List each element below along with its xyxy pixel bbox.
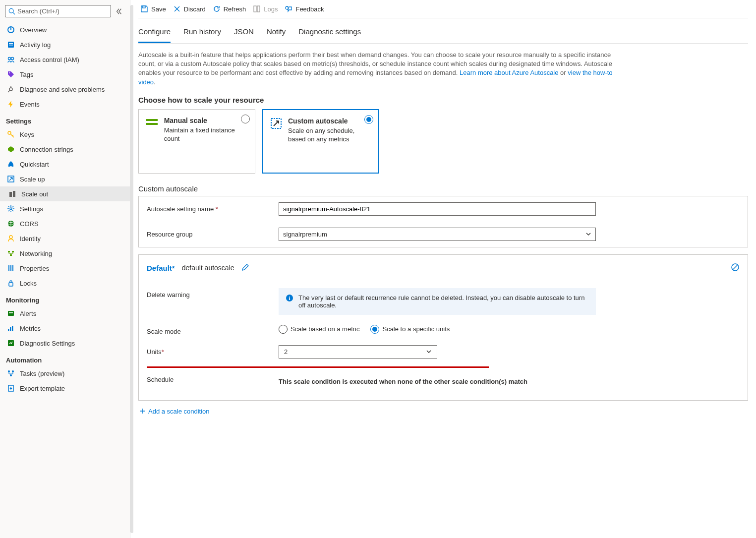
delete-warning-info: i The very last or default recurrence ru… xyxy=(279,288,596,315)
sidebar-item-label: Properties xyxy=(20,265,49,272)
autoscale-name-input[interactable] xyxy=(279,202,596,216)
delete-warning-label: Delete warning xyxy=(147,288,271,299)
properties-icon xyxy=(7,264,15,272)
sidebar-item-diagnostic-settings[interactable]: Diagnostic Settings xyxy=(0,336,130,351)
refresh-button[interactable]: Refresh xyxy=(213,5,246,13)
metrics-icon xyxy=(7,324,15,332)
save-button[interactable]: Save xyxy=(140,5,166,13)
sidebar-item-locks[interactable]: Locks xyxy=(0,276,130,291)
tab-configure[interactable]: Configure xyxy=(138,21,171,43)
search-placeholder: Search (Ctrl+/) xyxy=(17,7,59,15)
sidebar-item-cors[interactable]: CORS xyxy=(0,216,130,231)
sidebar-scrollbar[interactable] xyxy=(130,5,133,533)
sidebar-item-label: Identity xyxy=(20,235,41,242)
sidebar-item-connection-strings[interactable]: Connection strings xyxy=(0,142,130,157)
svg-rect-44 xyxy=(257,6,260,12)
sidebar-item-scale-up[interactable]: Scale up xyxy=(0,172,130,186)
sidebar-item-tags[interactable]: Tags xyxy=(0,67,130,82)
schedule-description: This scale condition is executed when no… xyxy=(279,373,527,385)
search-input[interactable]: Search (Ctrl+/) xyxy=(5,5,111,17)
sidebar-item-identity[interactable]: Identity xyxy=(0,231,130,246)
sidebar-item-label: Access control (IAM) xyxy=(20,56,79,63)
learn-more-link[interactable]: Learn more about Azure Autoscale xyxy=(460,69,558,76)
units-select[interactable]: 2 xyxy=(279,345,437,359)
activity-log-icon xyxy=(7,41,15,49)
sidebar-item-label: Diagnose and solve problems xyxy=(20,86,105,93)
scale-units-option[interactable]: Scale to a specific units xyxy=(370,325,450,334)
tab-json[interactable]: JSON xyxy=(234,21,254,43)
svg-point-8 xyxy=(9,72,10,73)
manual-scale-radio[interactable] xyxy=(241,115,250,123)
export-template-icon xyxy=(7,384,15,392)
svg-rect-46 xyxy=(146,119,158,121)
custom-autoscale-radio[interactable] xyxy=(364,115,373,124)
autoscale-settings-panel: Autoscale setting name * Resource group … xyxy=(138,196,748,247)
default-condition-name: Default* xyxy=(147,264,175,272)
svg-point-37 xyxy=(12,370,14,372)
scale-up-icon xyxy=(7,175,15,183)
disable-condition-button[interactable] xyxy=(731,263,740,273)
svg-rect-27 xyxy=(10,265,11,271)
sidebar-item-properties[interactable]: Properties xyxy=(0,261,130,276)
sidebar-item-label: Metrics xyxy=(20,325,41,332)
scale-units-radio[interactable] xyxy=(370,325,379,334)
plus-icon xyxy=(139,408,145,414)
sidebar-item-overview[interactable]: Overview xyxy=(0,22,130,37)
scale-out-icon xyxy=(8,190,16,198)
svg-rect-29 xyxy=(9,283,13,286)
left-sidebar: Search (Ctrl+/) OverviewActivity logAcce… xyxy=(0,0,130,538)
sidebar-item-metrics[interactable]: Metrics xyxy=(0,321,130,336)
edit-condition-button[interactable] xyxy=(241,263,249,273)
sidebar-item-quickstart[interactable]: Quickstart xyxy=(0,157,130,172)
sidebar-item-alerts[interactable]: Alerts xyxy=(0,306,130,321)
svg-point-18 xyxy=(10,208,12,210)
svg-rect-47 xyxy=(146,123,158,125)
svg-rect-33 xyxy=(10,327,11,331)
logs-button: Logs xyxy=(253,5,278,13)
scale-metric-option[interactable]: Scale based on a metric xyxy=(279,325,359,334)
tab-notify[interactable]: Notify xyxy=(267,21,286,43)
svg-rect-17 xyxy=(13,191,15,197)
tab-run-history[interactable]: Run history xyxy=(183,21,221,43)
sidebar-item-events[interactable]: Events xyxy=(0,97,130,112)
collapse-sidebar-button[interactable] xyxy=(113,5,125,17)
add-scale-condition-button[interactable]: Add a scale condition xyxy=(138,401,748,422)
manual-scale-card[interactable]: Manual scale Maintain a fixed instance c… xyxy=(138,109,255,174)
custom-autoscale-card[interactable]: Custom autoscale Scale on any schedule, … xyxy=(262,109,379,174)
quickstart-icon xyxy=(7,160,15,168)
feedback-button[interactable]: Feedback xyxy=(285,5,324,13)
svg-rect-30 xyxy=(8,311,14,316)
sidebar-item-tasks-preview-[interactable]: Tasks (preview) xyxy=(0,366,130,381)
sidebar-item-networking[interactable]: Networking xyxy=(0,246,130,261)
resource-group-select[interactable]: signalrpremium xyxy=(279,228,596,241)
manual-scale-icon xyxy=(146,117,158,129)
svg-rect-28 xyxy=(12,265,13,271)
sidebar-item-settings[interactable]: Settings xyxy=(0,201,130,216)
sidebar-item-keys[interactable]: Keys xyxy=(0,127,130,142)
svg-rect-4 xyxy=(9,43,13,44)
sidebar-item-label: Export template xyxy=(20,385,65,392)
svg-point-22 xyxy=(9,236,12,239)
chevron-down-icon xyxy=(426,349,432,355)
keys-icon xyxy=(7,130,15,138)
svg-rect-26 xyxy=(8,265,9,271)
svg-line-50 xyxy=(733,265,738,270)
discard-button[interactable]: Discard xyxy=(173,5,206,13)
save-icon xyxy=(140,5,148,13)
sidebar-item-access-control-iam-[interactable]: Access control (IAM) xyxy=(0,52,130,67)
sidebar-item-label: Networking xyxy=(20,250,52,257)
svg-rect-25 xyxy=(10,254,12,256)
sidebar-item-export-template[interactable]: Export template xyxy=(0,381,130,396)
sidebar-item-diagnose-and-solve-problems[interactable]: Diagnose and solve problems xyxy=(0,82,130,97)
sidebar-item-activity-log[interactable]: Activity log xyxy=(0,37,130,52)
sidebar-item-label: Tasks (preview) xyxy=(20,370,64,377)
sidebar-item-label: Quickstart xyxy=(20,161,49,168)
sidebar-item-scale-out[interactable]: Scale out xyxy=(0,186,130,201)
scale-metric-radio[interactable] xyxy=(279,325,288,334)
info-icon: i xyxy=(286,294,293,302)
manual-scale-desc: Maintain a fixed instance count xyxy=(164,126,248,143)
custom-autoscale-title: Custom autoscale xyxy=(288,117,371,125)
tab-diagnostic-settings[interactable]: Diagnostic settings xyxy=(298,21,361,43)
autoscale-name-label: Autoscale setting name * xyxy=(147,205,271,213)
diagnostic-settings-icon xyxy=(7,339,15,347)
